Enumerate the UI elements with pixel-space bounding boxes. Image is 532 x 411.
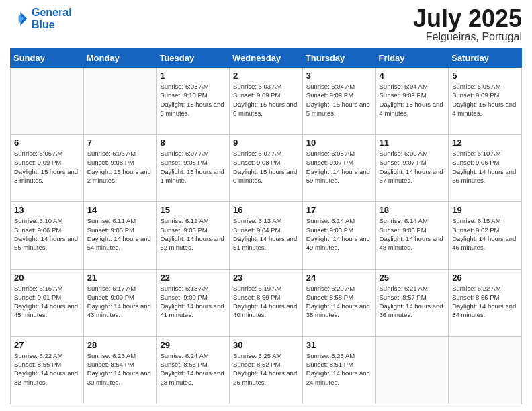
day-number: 27 [14, 340, 80, 350]
day-number: 18 [380, 205, 445, 215]
day-number: 29 [160, 340, 226, 350]
calendar-cell: 28Sunrise: 6:23 AM Sunset: 8:54 PM Dayli… [83, 336, 157, 404]
day-info: Sunrise: 6:22 AM Sunset: 8:55 PM Dayligh… [14, 351, 80, 387]
day-info: Sunrise: 6:19 AM Sunset: 8:59 PM Dayligh… [233, 284, 299, 320]
day-info: Sunrise: 6:16 AM Sunset: 9:01 PM Dayligh… [14, 284, 80, 320]
calendar-cell: 16Sunrise: 6:13 AM Sunset: 9:04 PM Dayli… [230, 202, 303, 269]
day-number: 4 [380, 71, 445, 81]
day-info: Sunrise: 6:04 AM Sunset: 9:09 PM Dayligh… [306, 82, 372, 118]
day-number: 8 [160, 138, 226, 148]
calendar-cell [83, 68, 157, 135]
calendar-week-1: 1Sunrise: 6:03 AM Sunset: 9:10 PM Daylig… [11, 68, 522, 135]
day-number: 31 [306, 340, 372, 350]
day-info: Sunrise: 6:23 AM Sunset: 8:54 PM Dayligh… [87, 351, 153, 387]
calendar-cell: 31Sunrise: 6:26 AM Sunset: 8:51 PM Dayli… [302, 336, 375, 404]
logo: General Blue [10, 7, 72, 30]
header: General Blue July 2025 Felgueiras, Portu… [10, 7, 522, 43]
day-number: 2 [233, 71, 299, 81]
day-number: 13 [14, 205, 80, 215]
day-info: Sunrise: 6:20 AM Sunset: 8:58 PM Dayligh… [306, 284, 372, 320]
day-info: Sunrise: 6:12 AM Sunset: 9:05 PM Dayligh… [160, 216, 226, 252]
title-block: July 2025 Felgueiras, Portugal [413, 7, 522, 43]
calendar-cell: 19Sunrise: 6:15 AM Sunset: 9:02 PM Dayli… [449, 202, 522, 269]
calendar-cell: 18Sunrise: 6:14 AM Sunset: 9:03 PM Dayli… [375, 202, 449, 269]
calendar-cell: 15Sunrise: 6:12 AM Sunset: 9:05 PM Dayli… [157, 202, 230, 269]
day-info: Sunrise: 6:03 AM Sunset: 9:09 PM Dayligh… [233, 82, 299, 118]
day-number: 17 [306, 205, 372, 215]
calendar-cell: 21Sunrise: 6:17 AM Sunset: 9:00 PM Dayli… [83, 269, 157, 336]
calendar-header-wednesday: Wednesday [230, 49, 303, 68]
day-info: Sunrise: 6:25 AM Sunset: 8:52 PM Dayligh… [233, 351, 299, 387]
calendar-cell: 1Sunrise: 6:03 AM Sunset: 9:10 PM Daylig… [157, 68, 230, 135]
day-info: Sunrise: 6:05 AM Sunset: 9:09 PM Dayligh… [452, 82, 518, 118]
day-info: Sunrise: 6:14 AM Sunset: 9:03 PM Dayligh… [306, 216, 372, 252]
day-info: Sunrise: 6:26 AM Sunset: 8:51 PM Dayligh… [306, 351, 372, 387]
day-number: 10 [306, 138, 372, 148]
calendar-cell: 20Sunrise: 6:16 AM Sunset: 9:01 PM Dayli… [11, 269, 84, 336]
calendar-header-thursday: Thursday [302, 49, 375, 68]
page: General Blue July 2025 Felgueiras, Portu… [0, 0, 532, 411]
day-number: 26 [452, 273, 518, 283]
day-info: Sunrise: 6:06 AM Sunset: 9:08 PM Dayligh… [87, 149, 153, 185]
day-info: Sunrise: 6:24 AM Sunset: 8:53 PM Dayligh… [160, 351, 226, 387]
calendar-cell: 23Sunrise: 6:19 AM Sunset: 8:59 PM Dayli… [230, 269, 303, 336]
day-number: 1 [160, 71, 226, 81]
calendar-cell: 10Sunrise: 6:08 AM Sunset: 9:07 PM Dayli… [302, 135, 375, 202]
day-info: Sunrise: 6:11 AM Sunset: 9:05 PM Dayligh… [87, 216, 153, 252]
day-number: 7 [87, 138, 153, 148]
day-info: Sunrise: 6:09 AM Sunset: 9:07 PM Dayligh… [380, 149, 445, 185]
location: Felgueiras, Portugal [413, 31, 522, 43]
calendar-cell: 14Sunrise: 6:11 AM Sunset: 9:05 PM Dayli… [83, 202, 157, 269]
calendar-cell [449, 336, 522, 404]
calendar-cell: 9Sunrise: 6:07 AM Sunset: 9:08 PM Daylig… [230, 135, 303, 202]
calendar: SundayMondayTuesdayWednesdayThursdayFrid… [10, 48, 522, 404]
month-title: July 2025 [413, 7, 522, 31]
day-number: 5 [452, 71, 518, 81]
day-info: Sunrise: 6:17 AM Sunset: 9:00 PM Dayligh… [87, 284, 153, 320]
calendar-cell: 11Sunrise: 6:09 AM Sunset: 9:07 PM Dayli… [375, 135, 449, 202]
calendar-cell: 24Sunrise: 6:20 AM Sunset: 8:58 PM Dayli… [302, 269, 375, 336]
calendar-week-5: 27Sunrise: 6:22 AM Sunset: 8:55 PM Dayli… [11, 336, 522, 404]
calendar-header-row: SundayMondayTuesdayWednesdayThursdayFrid… [11, 49, 522, 68]
calendar-cell: 6Sunrise: 6:05 AM Sunset: 9:09 PM Daylig… [11, 135, 84, 202]
calendar-cell: 2Sunrise: 6:03 AM Sunset: 9:09 PM Daylig… [230, 68, 303, 135]
day-number: 3 [306, 71, 372, 81]
day-info: Sunrise: 6:10 AM Sunset: 9:06 PM Dayligh… [14, 216, 80, 252]
day-number: 19 [452, 205, 518, 215]
day-info: Sunrise: 6:14 AM Sunset: 9:03 PM Dayligh… [380, 216, 445, 252]
calendar-cell [11, 68, 84, 135]
calendar-cell: 26Sunrise: 6:22 AM Sunset: 8:56 PM Dayli… [449, 269, 522, 336]
day-info: Sunrise: 6:22 AM Sunset: 8:56 PM Dayligh… [452, 284, 518, 320]
calendar-week-4: 20Sunrise: 6:16 AM Sunset: 9:01 PM Dayli… [11, 269, 522, 336]
day-info: Sunrise: 6:05 AM Sunset: 9:09 PM Dayligh… [14, 149, 80, 185]
day-info: Sunrise: 6:13 AM Sunset: 9:04 PM Dayligh… [233, 216, 299, 252]
calendar-cell: 7Sunrise: 6:06 AM Sunset: 9:08 PM Daylig… [83, 135, 157, 202]
calendar-cell: 22Sunrise: 6:18 AM Sunset: 9:00 PM Dayli… [157, 269, 230, 336]
day-info: Sunrise: 6:08 AM Sunset: 9:07 PM Dayligh… [306, 149, 372, 185]
calendar-week-3: 13Sunrise: 6:10 AM Sunset: 9:06 PM Dayli… [11, 202, 522, 269]
calendar-cell: 8Sunrise: 6:07 AM Sunset: 9:08 PM Daylig… [157, 135, 230, 202]
day-number: 22 [160, 273, 226, 283]
day-info: Sunrise: 6:10 AM Sunset: 9:06 PM Dayligh… [452, 149, 518, 185]
day-info: Sunrise: 6:21 AM Sunset: 8:57 PM Dayligh… [380, 284, 445, 320]
day-number: 9 [233, 138, 299, 148]
day-number: 11 [380, 138, 445, 148]
day-number: 16 [233, 205, 299, 215]
calendar-header-tuesday: Tuesday [157, 49, 230, 68]
day-number: 30 [233, 340, 299, 350]
day-number: 24 [306, 273, 372, 283]
logo-text: General Blue [32, 7, 72, 30]
day-info: Sunrise: 6:04 AM Sunset: 9:09 PM Dayligh… [380, 82, 445, 118]
calendar-cell: 5Sunrise: 6:05 AM Sunset: 9:09 PM Daylig… [449, 68, 522, 135]
calendar-cell: 25Sunrise: 6:21 AM Sunset: 8:57 PM Dayli… [375, 269, 449, 336]
calendar-header-monday: Monday [83, 49, 157, 68]
logo-icon [10, 9, 29, 28]
calendar-header-saturday: Saturday [449, 49, 522, 68]
day-info: Sunrise: 6:15 AM Sunset: 9:02 PM Dayligh… [452, 216, 518, 252]
calendar-cell: 3Sunrise: 6:04 AM Sunset: 9:09 PM Daylig… [302, 68, 375, 135]
calendar-header-sunday: Sunday [11, 49, 84, 68]
calendar-cell: 27Sunrise: 6:22 AM Sunset: 8:55 PM Dayli… [11, 336, 84, 404]
calendar-cell: 12Sunrise: 6:10 AM Sunset: 9:06 PM Dayli… [449, 135, 522, 202]
calendar-cell: 29Sunrise: 6:24 AM Sunset: 8:53 PM Dayli… [157, 336, 230, 404]
calendar-header-friday: Friday [375, 49, 449, 68]
